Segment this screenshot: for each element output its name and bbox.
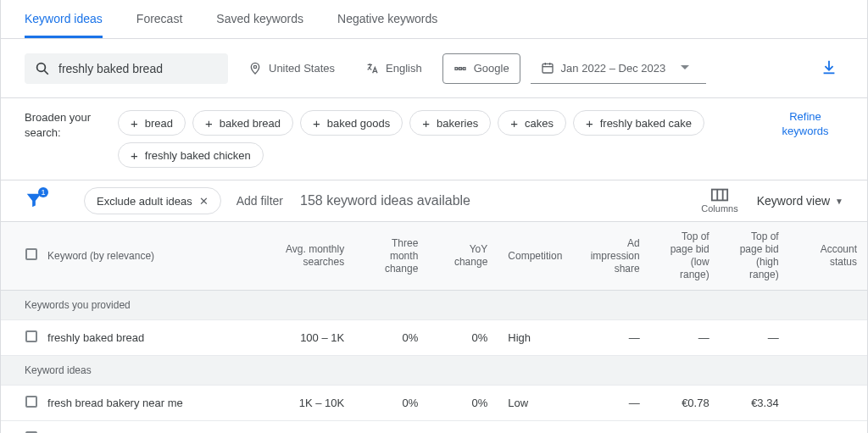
idea-count-label: 158 keyword ideas available (300, 193, 470, 208)
columns-button[interactable]: Columns (701, 188, 737, 214)
tab-negative-keywords[interactable]: Negative keywords (337, 0, 437, 38)
exclude-adult-pill[interactable]: Exclude adult ideas ✕ (84, 187, 221, 214)
download-button[interactable] (815, 53, 843, 84)
col-three-month[interactable]: Three month change (354, 222, 428, 291)
col-keyword[interactable]: Keyword (by relevance) (37, 222, 233, 291)
keyword-cell: fresh bread near me (37, 421, 233, 434)
add-filter-button[interactable]: Add filter (236, 194, 283, 208)
svg-point-2 (253, 65, 256, 68)
search-value: freshly baked bread (58, 62, 163, 75)
search-input[interactable]: freshly baked bread (25, 53, 228, 84)
table-row: fresh bread bakery near me 1K – 10K 0% 0… (1, 386, 867, 421)
row-checkbox[interactable] (25, 330, 37, 342)
svg-rect-12 (712, 190, 727, 201)
svg-rect-5 (459, 67, 461, 69)
plus-icon: + (510, 116, 518, 130)
plus-icon: + (586, 116, 593, 130)
broaden-chip-bakeries[interactable]: +bakeries (409, 110, 491, 136)
svg-rect-8 (542, 64, 553, 73)
tab-forecast[interactable]: Forecast (136, 0, 182, 38)
refine-keywords-button[interactable]: Refinekeywords (767, 110, 843, 139)
col-ad-share[interactable]: Ad impression share (576, 222, 650, 291)
svg-point-0 (37, 63, 46, 71)
broaden-label: Broaden your search: (25, 110, 118, 141)
svg-rect-4 (463, 67, 465, 69)
broaden-chip-baked-goods[interactable]: +baked goods (300, 110, 403, 136)
location-param[interactable]: United States (238, 53, 345, 84)
group-ideas: Keyword ideas (1, 356, 867, 386)
col-yoy[interactable]: YoY change (428, 222, 498, 291)
broaden-chip-bread[interactable]: +bread (118, 110, 186, 136)
language-param[interactable]: English (355, 53, 432, 84)
date-range-param[interactable]: Jan 2022 – Dec 2023 (531, 53, 707, 84)
plus-icon: + (422, 116, 430, 130)
broaden-chip-cakes[interactable]: +cakes (498, 110, 566, 136)
col-avg-searches[interactable]: Avg. monthly searches (233, 222, 355, 291)
language-icon (365, 62, 379, 75)
network-param[interactable]: Google (442, 53, 520, 84)
col-bid-low[interactable]: Top of page bid (low range) (650, 222, 720, 291)
row-checkbox[interactable] (25, 396, 37, 408)
broaden-chip-freshly-baked-chicken[interactable]: +freshly baked chicken (118, 142, 264, 168)
broaden-chip-freshly-baked-cake[interactable]: +freshly baked cake (573, 110, 704, 136)
chevron-down-icon (681, 64, 689, 72)
keyword-cell: freshly baked bread (37, 320, 233, 356)
search-icon (35, 61, 50, 76)
columns-icon (710, 188, 729, 202)
filter-funnel-button[interactable]: 1 (25, 191, 43, 212)
location-icon (248, 62, 262, 75)
plus-icon: + (205, 116, 213, 130)
plus-icon: + (131, 116, 138, 130)
table-row: fresh bread near me 1K – 10K 0% 0% Mediu… (1, 421, 867, 434)
plus-icon: + (131, 148, 138, 163)
group-provided: Keywords you provided (1, 291, 867, 320)
close-icon[interactable]: ✕ (199, 195, 209, 208)
calendar-icon (541, 61, 554, 75)
keyword-cell: fresh bread bakery near me (37, 386, 233, 421)
chevron-down-icon: ▼ (835, 197, 843, 206)
broaden-chip-baked-bread[interactable]: +baked bread (192, 110, 293, 136)
col-account-status[interactable]: Account status (789, 222, 867, 291)
col-competition[interactable]: Competition (498, 222, 576, 291)
keyword-view-select[interactable]: Keyword view ▼ (757, 194, 843, 208)
svg-line-1 (44, 70, 48, 75)
tab-keyword-ideas[interactable]: Keyword ideas (25, 0, 103, 38)
plus-icon: + (313, 116, 320, 130)
col-bid-high[interactable]: Top of page bid (high range) (720, 222, 789, 291)
svg-rect-3 (455, 67, 458, 69)
network-icon (453, 62, 467, 75)
select-all-checkbox[interactable] (25, 248, 37, 260)
funnel-badge: 1 (38, 187, 48, 197)
table-row: freshly baked bread 100 – 1K 0% 0% High … (1, 320, 867, 356)
tab-saved-keywords[interactable]: Saved keywords (216, 0, 303, 38)
download-icon (820, 58, 838, 76)
